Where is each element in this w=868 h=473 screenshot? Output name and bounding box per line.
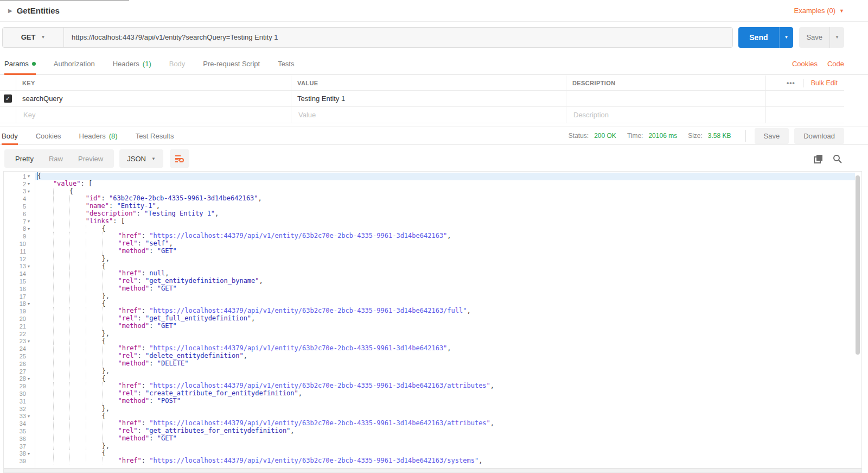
indent-guide [86,240,102,247]
code-link[interactable]: Code [827,60,844,68]
fold-toggle-icon[interactable]: ▾ [26,226,35,231]
method-label: GET [21,33,36,41]
view-mode-raw[interactable]: Raw [41,155,71,163]
tab-authorization[interactable]: Authorization [54,53,95,74]
tab-pre-request-script[interactable]: Pre-request Script [203,53,260,74]
token-p: : [138,277,145,285]
line-gutter: 33▾ [4,413,35,419]
new-description-input[interactable] [572,110,758,119]
indent-guide [86,300,102,307]
status-value: 200 OK [594,132,616,140]
token-p: }, [102,405,110,412]
tab-cookies[interactable]: Cookies [36,127,61,144]
code-line: 4"id": "63b2c70e-2bcb-4335-9961-3d14be64… [4,195,861,203]
fold-toggle-icon[interactable]: ▾ [26,189,35,194]
code-text: "href": "https://localhost:44379/api/v1/… [35,457,861,465]
indent-guide [69,330,86,337]
token-s: "delete_entitydefinition" [145,352,244,360]
send-options-button[interactable]: ▼ [779,27,794,48]
fold-toggle-icon[interactable]: ▾ [26,264,35,269]
tab-headers[interactable]: Headers(1) [113,53,151,74]
param-checkbox[interactable]: ✓ [4,94,12,103]
tab-body[interactable]: Body [169,53,186,74]
url-input[interactable]: https://localhost:44379/api/v1/entity?se… [64,28,732,47]
token-s: "GET" [157,247,177,255]
save-options-button[interactable]: ▼ [829,27,844,48]
tab-label: Tests [278,60,294,68]
horizontal-scrollbar-track[interactable] [4,468,861,472]
code-line: 26"method": "DELETE" [4,360,861,368]
code-text: "name": "Entity-1", [35,203,861,210]
indent-guide [37,210,53,217]
code-line: 33▾{ [4,413,861,420]
method-select[interactable]: GET ▼ [3,28,64,47]
view-mode-preview[interactable]: Preview [71,155,111,163]
format-select[interactable]: JSON ▼ [119,149,163,168]
code-line: 22}, [4,330,861,338]
download-response-button[interactable]: Download [794,128,844,144]
fold-toggle-icon[interactable]: ▾ [26,339,35,344]
param-row-end [766,107,844,123]
code-line: 14"href": null, [4,270,861,278]
token-l: "https://localhost:44379/api/v1/entity/6… [149,382,490,389]
more-options-icon[interactable]: ••• [787,79,795,87]
tab-params[interactable]: Params [4,53,36,74]
token-p: }, [102,367,110,375]
fold-toggle-icon[interactable]: ▾ [26,174,35,179]
indent-guide [86,368,102,375]
line-number: 29 [7,383,26,389]
copy-icon[interactable] [814,154,823,163]
line-number: 15 [7,278,26,285]
indent-guide [37,443,53,450]
fold-toggle-icon[interactable]: ▾ [26,451,35,456]
save-response-button[interactable]: Save [755,128,789,144]
indent-guide [69,420,86,427]
tab-headers[interactable]: Headers(8) [79,127,118,144]
indent-guide [69,427,86,434]
indent-guide [69,240,86,247]
collapse-request-icon[interactable]: ▶ [8,8,12,14]
fold-toggle-icon[interactable]: ▾ [26,301,35,306]
line-number: 36 [7,436,26,442]
fold-toggle-icon[interactable]: ▾ [26,414,35,419]
tab-test-results[interactable]: Test Results [136,127,174,144]
bulk-edit-link[interactable]: Bulk Edit [811,79,838,87]
indent-guide [86,255,102,262]
code-text: "rel": "get_full_entitydefinition", [35,315,861,323]
token-l: "https://localhost:44379/api/v1/entity/6… [149,419,490,427]
send-button[interactable]: Send [738,27,778,48]
fold-toggle-icon[interactable]: ▾ [26,219,35,224]
indent-guide [86,323,102,330]
line-number: 8 [7,225,26,232]
indent-guide [53,375,69,382]
line-gutter: 26 [4,361,35,367]
vertical-scrollbar[interactable] [856,175,860,355]
indent-guide [69,338,86,345]
fold-toggle-icon[interactable]: ▾ [26,181,35,186]
new-value-input[interactable] [297,110,554,119]
indent-guide [37,323,53,330]
examples-dropdown[interactable]: Examples (0) ▼ [794,7,845,15]
indent-guide [102,420,118,427]
new-key-input[interactable] [22,110,279,119]
tab-body[interactable]: Body [2,127,18,144]
token-k: "rel" [118,239,137,247]
code-line: 31"method": "POST" [4,398,861,405]
indent-guide [37,435,53,442]
param-description[interactable] [566,91,766,106]
wrap-lines-button[interactable] [170,149,189,168]
search-icon[interactable] [833,154,842,163]
tab-tests[interactable]: Tests [278,53,294,74]
token-p: { [37,172,41,180]
postman-request-view: ▶ GetEntities Examples (0) ▼ GET ▼ https… [0,0,868,473]
param-value[interactable]: Testing Entity 1 [291,91,566,106]
view-mode-pretty[interactable]: Pretty [8,155,41,163]
cookies-link[interactable]: Cookies [792,60,818,68]
save-button[interactable]: Save [799,27,829,48]
line-gutter: 17 [4,293,35,300]
indent-guide [69,457,86,464]
param-key[interactable]: searchQuery [16,91,291,106]
token-l: "https://localhost:44379/api/v1/entity/6… [149,307,467,314]
header-description: DESCRIPTION [566,75,766,90]
fold-toggle-icon[interactable]: ▾ [26,376,35,381]
